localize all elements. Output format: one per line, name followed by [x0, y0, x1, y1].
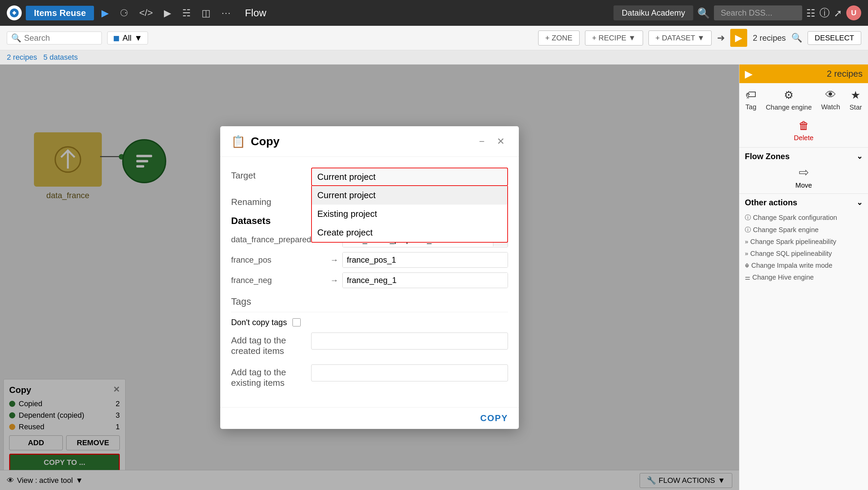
- star-action[interactable]: ★ Star: [850, 89, 862, 111]
- info-icon-1: ⓘ: [745, 226, 751, 234]
- change-spark-pipeline-action[interactable]: » Change Spark pipelineability: [745, 236, 863, 248]
- deselect-button[interactable]: DESELECT: [808, 31, 861, 45]
- change-sql-pipeline-action[interactable]: » Change SQL pipelineability: [745, 248, 863, 260]
- dropdown-option-existing[interactable]: Existing project: [312, 205, 507, 223]
- dataset-row-2: france_neg →: [231, 272, 508, 288]
- other-actions-chevron-icon[interactable]: ⌄: [856, 198, 863, 207]
- target-dropdown: Current project Existing project Create …: [311, 186, 508, 243]
- flow-zones-chevron-icon[interactable]: ⌄: [856, 152, 863, 161]
- add-zone-button[interactable]: + ZONE: [538, 31, 580, 45]
- watch-label: Watch: [821, 103, 840, 111]
- more-icon[interactable]: ⋯: [218, 7, 234, 19]
- add-dataset-button[interactable]: + DATASET ▼: [648, 31, 712, 45]
- add-tag-existing-label: Add tag to the existing items: [231, 364, 306, 388]
- change-spark-engine-action[interactable]: ⓘ Change Spark engine: [745, 224, 863, 236]
- flow-canvas[interactable]: data_france + Copy ✕: [0, 64, 739, 490]
- search-icon[interactable]: 🔍: [697, 7, 710, 19]
- dataset-name-2: france_neg: [231, 276, 326, 285]
- add-tag-existing-row: Add tag to the existing items: [231, 364, 508, 388]
- tags-label: Tags: [231, 296, 508, 307]
- dataset-name-1: france_pos: [231, 255, 326, 265]
- main-area: data_france + Copy ✕: [0, 64, 868, 490]
- change-hive-action[interactable]: ⚌ Change Hive engine: [745, 271, 863, 283]
- tag-icon: 🏷: [746, 89, 756, 101]
- add-recipe-button[interactable]: + RECIPE ▼: [585, 31, 643, 45]
- star-icon: ★: [851, 89, 861, 101]
- dont-copy-tags-row: Don't copy tags: [231, 318, 508, 327]
- other-actions-section: Other actions ⌄ ⓘ Change Spark configura…: [739, 193, 868, 287]
- change-hive-label: Change Hive engine: [752, 274, 814, 281]
- flow-toolbar: 🔍 ◼ All ▼ + ZONE + RECIPE ▼ + DATASET ▼ …: [0, 26, 868, 50]
- renaming-label: Renaming: [231, 194, 306, 207]
- gear-icon: ⚙: [784, 89, 794, 101]
- search-icon-right[interactable]: 🔍: [791, 33, 802, 43]
- academy-label[interactable]: Dataiku Academy: [614, 5, 693, 20]
- target-row: Target Current project Existing project …: [231, 168, 508, 186]
- global-search-input[interactable]: [714, 5, 802, 20]
- watch-action[interactable]: 👁 Watch: [821, 89, 840, 111]
- arrow-icon-impala: ☬: [745, 262, 749, 269]
- change-spark-config-label: Change Spark configuration: [753, 214, 837, 222]
- user-avatar[interactable]: U: [846, 5, 861, 20]
- selected-indicator: ▶: [730, 29, 747, 47]
- app-logo[interactable]: [7, 5, 22, 20]
- help-icon[interactable]: ⓘ: [819, 6, 830, 20]
- tag-label: Tag: [746, 103, 756, 111]
- recipes-count-label: 2 recipes: [827, 69, 863, 79]
- play-icon[interactable]: ▶: [161, 7, 175, 19]
- add-tag-created-control: [311, 333, 508, 350]
- grid-icon[interactable]: ☷: [806, 7, 815, 19]
- filter-label: All: [122, 33, 132, 43]
- right-panel: ▶ 2 recipes 🏷 Tag ⚙ Change engine 👁 Watc…: [739, 64, 868, 490]
- recipes-count: 2 recipes: [753, 33, 786, 43]
- modal-footer: COPY: [220, 407, 519, 429]
- screen-icon[interactable]: ◫: [198, 7, 214, 19]
- target-select-wrapper: Current project Existing project Create …: [311, 168, 508, 186]
- modal-minimize-button[interactable]: −: [476, 135, 488, 148]
- modal-body: Target Current project Existing project …: [220, 157, 519, 407]
- refresh-icon[interactable]: ⚆: [116, 7, 132, 19]
- change-sql-pipeline-label: Change SQL pipelineability: [750, 250, 832, 258]
- add-tag-created-label: Add tag to the created items: [231, 333, 306, 356]
- change-spark-config-action[interactable]: ⓘ Change Spark configuration: [745, 211, 863, 224]
- datasets-link[interactable]: 5 datasets: [43, 53, 78, 61]
- dropdown-option-create[interactable]: Create project: [312, 223, 507, 242]
- navigate-icon[interactable]: ▶: [98, 7, 112, 19]
- change-spark-pipeline-label: Change Spark pipelineability: [750, 238, 836, 246]
- info-icon-0: ⓘ: [745, 213, 751, 222]
- target-select[interactable]: Current project Existing project Create …: [311, 168, 508, 186]
- add-tag-created-input[interactable]: [311, 333, 508, 350]
- move-action[interactable]: ⇨ Move: [745, 165, 863, 189]
- delete-action[interactable]: 🗑 Delete: [794, 119, 814, 142]
- copy-submit-button[interactable]: COPY: [480, 413, 508, 423]
- move-label: Move: [795, 182, 812, 189]
- dont-copy-tags-checkbox[interactable]: [293, 318, 301, 326]
- dropdown-option-current[interactable]: Current project: [312, 186, 507, 205]
- right-panel-header: ▶ 2 recipes: [739, 64, 868, 83]
- add-tag-existing-control: [311, 364, 508, 381]
- dataset-input-1[interactable]: [343, 252, 508, 267]
- code-icon[interactable]: </>: [136, 7, 156, 18]
- other-actions-title: Other actions ⌄: [745, 198, 863, 207]
- star-label: Star: [850, 103, 862, 111]
- change-engine-action[interactable]: ⚙ Change engine: [766, 89, 812, 111]
- change-impala-action[interactable]: ☬ Change Impala write mode: [745, 260, 863, 271]
- modal-title: Copy: [251, 135, 280, 148]
- dataset-input-2[interactable]: [343, 273, 508, 288]
- flow-search[interactable]: 🔍: [7, 32, 102, 44]
- copy-modal: 📋 Copy − ✕ Target Current project: [220, 126, 519, 429]
- add-tag-existing-input[interactable]: [311, 364, 508, 381]
- modal-close-button[interactable]: ✕: [493, 134, 508, 148]
- arrow-icon-sql: »: [745, 250, 748, 257]
- recipes-link[interactable]: 2 recipes: [7, 53, 37, 61]
- arrow-icon-spark: »: [745, 238, 748, 245]
- top-nav: Items Reuse ▶ ⚆ </> ▶ ☵ ◫ ⋯ Flow Dataiku…: [0, 0, 868, 26]
- analytics-icon[interactable]: ➚: [834, 7, 842, 19]
- project-label[interactable]: Items Reuse: [26, 6, 94, 20]
- tag-action[interactable]: 🏷 Tag: [746, 89, 756, 111]
- flow-label: Flow: [238, 7, 273, 19]
- flow-search-input[interactable]: [24, 33, 97, 43]
- deploy-icon[interactable]: ☵: [179, 7, 194, 19]
- dataset-input-wrapper-2: [342, 272, 508, 288]
- filter-dropdown[interactable]: ◼ All ▼: [107, 32, 148, 44]
